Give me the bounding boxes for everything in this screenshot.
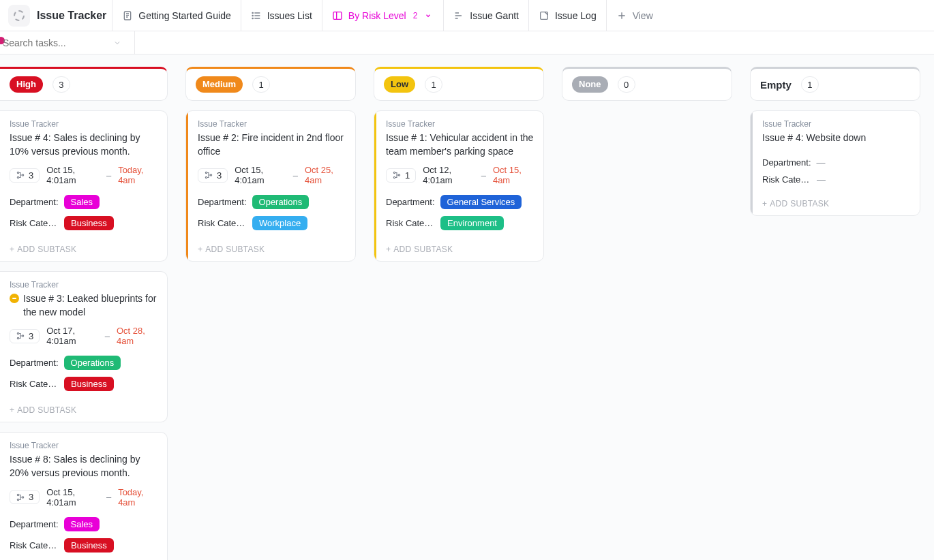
- breadcrumb: Issue Tracker: [10, 119, 157, 129]
- gantt-icon: [453, 10, 464, 21]
- tab-by-risk-level[interactable]: By Risk Level 2: [322, 0, 444, 31]
- task-card[interactable]: Issue Tracker Issue # 3: Leaked blueprin…: [0, 271, 168, 422]
- subtasks-count: 3: [217, 170, 222, 181]
- column-header[interactable]: High 3: [0, 67, 168, 101]
- column-header[interactable]: Low 1: [374, 67, 544, 101]
- department-tag[interactable]: Operations: [64, 356, 121, 370]
- subtasks-count: 3: [29, 331, 33, 341]
- column-empty: Empty 1 Issue Tracker Issue # 4: Website…: [750, 67, 920, 216]
- add-subtask-button[interactable]: +ADD SUBTASK: [0, 398, 167, 422]
- subtasks-badge[interactable]: 3: [10, 168, 40, 183]
- start-date: Oct 17, 4:01am: [46, 326, 97, 346]
- tab-getting-started[interactable]: Getting Started Guide: [112, 0, 240, 31]
- tab-add-view[interactable]: View: [606, 0, 663, 31]
- column-label: Empty: [760, 79, 792, 91]
- svg-point-13: [17, 499, 18, 500]
- column-count: 3: [52, 76, 70, 93]
- task-title: Issue # 2: Fire incident in 2nd floor of…: [198, 131, 346, 158]
- task-card[interactable]: Issue Tracker Issue # 4: Website down De…: [750, 110, 920, 216]
- task-title: Issue # 4: Sales is declining by 10% ver…: [10, 131, 157, 158]
- dates-row: 3 Oct 15, 4:01am – Today, 4am: [10, 487, 157, 508]
- property-department: Department:Operations: [10, 356, 157, 370]
- svg-point-14: [22, 496, 23, 497]
- subtasks-icon: [16, 331, 25, 341]
- subtasks-badge[interactable]: 3: [10, 490, 40, 504]
- department-tag[interactable]: Operations: [252, 195, 310, 209]
- task-card[interactable]: Issue Tracker Issue # 2: Fire incident i…: [185, 110, 356, 262]
- breadcrumb: Issue Tracker: [10, 441, 157, 450]
- kanban-board: High 3 Issue Tracker Issue # 4: Sales is…: [0, 55, 934, 560]
- add-subtask-button[interactable]: +ADD SUBTASK: [0, 237, 167, 261]
- dates-row: 3 Oct 15, 4:01am – Oct 25, 4am: [198, 165, 346, 185]
- task-title: Issue # 1: Vehicular accident in the tea…: [386, 131, 534, 158]
- risk-tag[interactable]: Environment: [440, 216, 504, 230]
- department-tag[interactable]: General Services: [440, 195, 522, 209]
- department-tag[interactable]: Sales: [64, 195, 100, 209]
- risk-tag[interactable]: Business: [64, 538, 114, 553]
- svg-point-17: [210, 174, 211, 176]
- svg-point-8: [22, 174, 23, 176]
- top-bar: Issue Tracker Getting Started Guide Issu…: [0, 0, 934, 31]
- column-header[interactable]: None 0: [562, 67, 732, 101]
- svg-point-19: [393, 177, 395, 178]
- task-card[interactable]: Issue Tracker Issue # 1: Vehicular accid…: [374, 110, 544, 262]
- subtasks-count: 3: [29, 492, 33, 502]
- search-box[interactable]: [1, 31, 135, 55]
- svg-point-3: [252, 18, 253, 18]
- risk-pill-none: None: [572, 76, 608, 93]
- date-separator: –: [293, 170, 298, 181]
- start-date: Oct 15, 4:01am: [46, 487, 100, 508]
- svg-point-12: [17, 494, 18, 495]
- property-department: Department:General Services: [386, 195, 534, 209]
- svg-point-6: [17, 172, 18, 174]
- svg-point-7: [17, 177, 18, 178]
- empty-value: —: [817, 157, 826, 168]
- svg-point-16: [205, 177, 207, 178]
- plus-icon: [616, 10, 627, 21]
- add-subtask-button[interactable]: +ADD SUBTASK: [376, 237, 543, 261]
- department-tag[interactable]: Sales: [64, 517, 100, 531]
- column-header[interactable]: Empty 1: [750, 67, 920, 101]
- task-card[interactable]: Issue Tracker Issue # 8: Sales is declin…: [0, 432, 168, 560]
- column-high: High 3 Issue Tracker Issue # 4: Sales is…: [0, 67, 168, 560]
- risk-tag[interactable]: Business: [64, 216, 114, 230]
- column-count: 1: [252, 76, 270, 93]
- task-title: Issue # 4: Website down: [762, 131, 866, 145]
- tab-label: Issues List: [267, 10, 312, 21]
- subtasks-badge[interactable]: 3: [198, 168, 228, 183]
- add-subtask-button[interactable]: +ADD SUBTASK: [753, 191, 920, 215]
- due-date: Oct 15, 4am: [493, 165, 534, 185]
- status-in-progress-icon: [10, 294, 19, 303]
- svg-rect-4: [333, 12, 342, 19]
- column-count: 0: [618, 76, 635, 93]
- empty-value: —: [817, 174, 826, 185]
- column-header[interactable]: Medium 1: [185, 67, 356, 101]
- template-icon: [14, 10, 25, 21]
- tab-issue-log[interactable]: Issue Log: [528, 0, 606, 31]
- property-risk-category: Risk Categ…Business: [10, 216, 157, 230]
- subtasks-icon: [204, 170, 213, 180]
- risk-tag[interactable]: Workplace: [252, 216, 307, 230]
- subtasks-badge[interactable]: 1: [386, 168, 416, 183]
- tab-issue-gantt[interactable]: Issue Gantt: [443, 0, 528, 31]
- due-date: Today, 4am: [118, 165, 157, 185]
- app-icon[interactable]: [8, 5, 30, 27]
- svg-point-1: [252, 12, 253, 13]
- risk-tag[interactable]: Business: [64, 377, 114, 391]
- tab-label: View: [633, 10, 653, 21]
- list-icon: [251, 10, 262, 21]
- due-date: Today, 4am: [118, 487, 157, 508]
- subtasks-badge[interactable]: 3: [10, 329, 40, 343]
- search-input[interactable]: [1, 37, 110, 49]
- chevron-down-icon[interactable]: [113, 39, 121, 47]
- due-date: Oct 28, 4am: [117, 326, 157, 346]
- tab-issues-list[interactable]: Issues List: [241, 0, 322, 31]
- risk-pill-medium: Medium: [196, 76, 243, 93]
- column-medium: Medium 1 Issue Tracker Issue # 2: Fire i…: [185, 67, 356, 262]
- task-card[interactable]: Issue Tracker Issue # 4: Sales is declin…: [0, 110, 168, 262]
- tab-label: Issue Log: [555, 10, 597, 21]
- subtasks-icon: [16, 493, 25, 502]
- svg-point-11: [22, 335, 23, 337]
- add-subtask-button[interactable]: +ADD SUBTASK: [188, 237, 355, 261]
- due-date: Oct 25, 4am: [305, 165, 346, 185]
